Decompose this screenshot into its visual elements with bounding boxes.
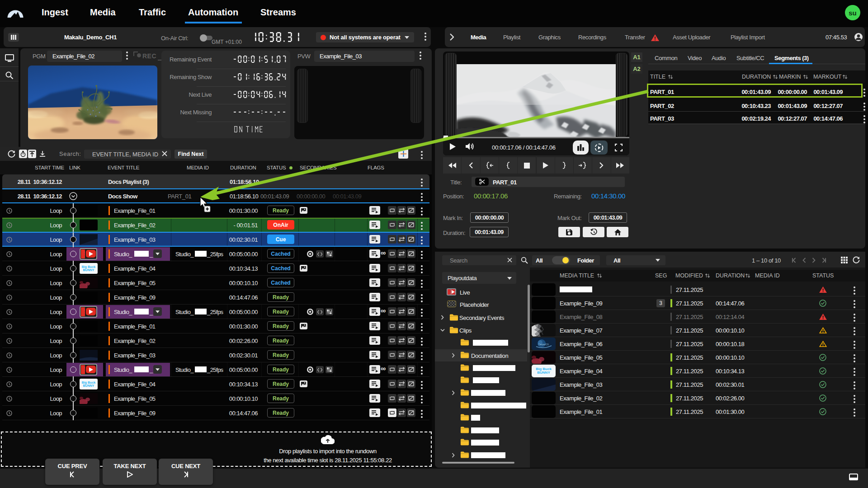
svg-text:LIVE: LIVE — [84, 367, 85, 373]
svg-text:CasparCG: CasparCG — [538, 343, 549, 346]
svg-text:LIVE: LIVE — [84, 309, 85, 315]
svg-text:LIVE: LIVE — [84, 251, 85, 257]
